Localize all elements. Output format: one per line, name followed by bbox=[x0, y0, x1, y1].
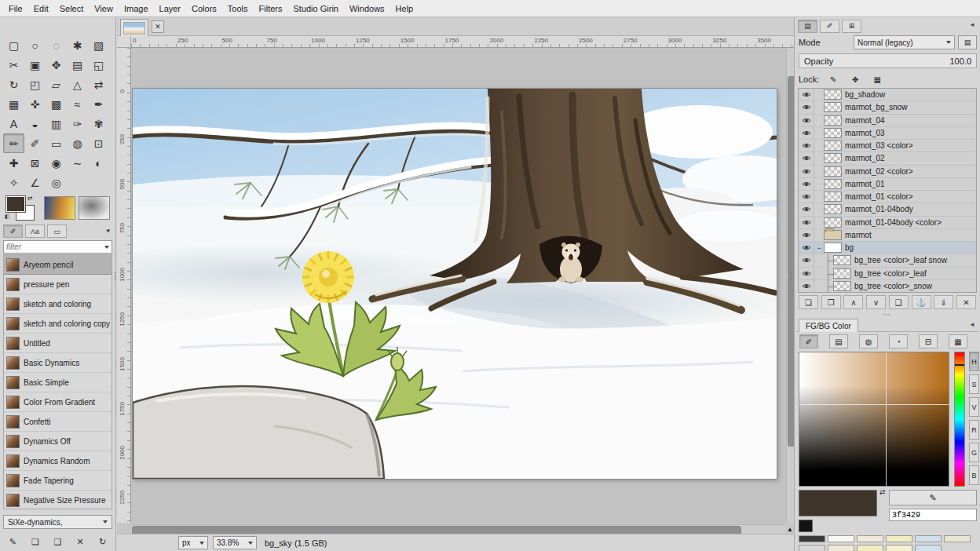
dynamics-item[interactable]: pressure pen bbox=[4, 275, 112, 294]
tool-cage-transform[interactable]: ▩ bbox=[46, 94, 67, 114]
layer-thumbnail[interactable] bbox=[824, 128, 842, 138]
eye-icon[interactable] bbox=[802, 142, 811, 149]
menu-studio-girin[interactable]: Studio Girin bbox=[287, 2, 343, 16]
tool-ellipse-select[interactable]: ○ bbox=[24, 35, 46, 55]
palette-swatch[interactable] bbox=[915, 535, 942, 542]
palette-swatch[interactable] bbox=[944, 535, 971, 542]
visibility-cell[interactable] bbox=[799, 140, 814, 151]
layer-row[interactable]: marmot_bg_snow bbox=[799, 101, 976, 114]
visibility-cell[interactable] bbox=[799, 268, 814, 279]
tool-text[interactable]: A bbox=[3, 114, 24, 133]
dynamics-item[interactable]: Untitled bbox=[4, 334, 112, 353]
delete-dynamics-button[interactable]: ✕ bbox=[71, 535, 90, 549]
eye-icon[interactable] bbox=[802, 155, 811, 162]
dynamics-item[interactable]: Basic Simple bbox=[4, 373, 112, 392]
layer-thumbnail[interactable] bbox=[824, 89, 842, 100]
palette-swatch[interactable] bbox=[828, 545, 854, 551]
tool-unified-transform[interactable]: ▦ bbox=[3, 94, 24, 114]
zoom-select[interactable]: 33.8% bbox=[213, 536, 257, 549]
visibility-cell[interactable] bbox=[799, 127, 814, 139]
group-expander-icon[interactable]: − bbox=[814, 244, 824, 252]
eye-icon[interactable] bbox=[802, 270, 811, 277]
dynamics-item[interactable]: Dynamics Off bbox=[4, 432, 112, 451]
tool-ink[interactable]: ✑ bbox=[67, 114, 88, 133]
layer-thumbnail[interactable] bbox=[824, 115, 842, 126]
hue-strip[interactable] bbox=[954, 352, 965, 487]
horizontal-ruler[interactable]: 0250500750100012501500175020002250250027… bbox=[131, 36, 794, 48]
tool-perspective[interactable]: △ bbox=[67, 75, 88, 94]
layer-row[interactable]: marmot_04 bbox=[799, 115, 976, 127]
tool-airbrush[interactable]: ◍ bbox=[67, 133, 88, 153]
eye-icon[interactable] bbox=[802, 206, 811, 213]
tool-color-picker[interactable]: ✧ bbox=[3, 173, 24, 192]
tool-clone[interactable]: ⊡ bbox=[88, 133, 109, 153]
layer-row[interactable]: marmot_01 bbox=[799, 178, 976, 191]
raise-layer-button[interactable]: ∧ bbox=[843, 295, 863, 309]
layer-mode-select[interactable]: Normal (legacy) bbox=[854, 35, 955, 49]
tool-select-by-color[interactable]: ▧ bbox=[88, 35, 109, 55]
layer-row[interactable]: marmot_01 <color> bbox=[799, 191, 976, 203]
layer-thumbnail[interactable] bbox=[833, 281, 851, 291]
layer-row[interactable]: marmot_03 bbox=[799, 127, 976, 140]
layer-thumbnail[interactable] bbox=[824, 243, 842, 253]
eye-icon[interactable] bbox=[802, 117, 811, 124]
layer-row[interactable]: bg_tree <color>_leaf snow bbox=[799, 254, 976, 267]
dynamics-item[interactable]: Basic Dynamics bbox=[4, 353, 112, 373]
active-gradient-thumbnail[interactable] bbox=[44, 196, 75, 220]
visibility-cell[interactable] bbox=[799, 178, 814, 190]
channel-h-button[interactable]: H bbox=[969, 352, 979, 371]
layer-thumbnail[interactable] bbox=[824, 140, 842, 151]
ruler-origin-button[interactable] bbox=[117, 36, 131, 48]
tool-free-select[interactable]: ◌ bbox=[46, 35, 67, 55]
visibility-cell[interactable] bbox=[799, 89, 814, 100]
lock-pixels-toggle[interactable]: ✎ bbox=[825, 73, 841, 86]
tool-bucket-fill[interactable]: ◒ bbox=[24, 114, 46, 133]
dynamics-filter-input[interactable] bbox=[6, 243, 104, 251]
menu-view[interactable]: View bbox=[89, 2, 119, 16]
tool-mypaint-brush[interactable]: ✾ bbox=[88, 114, 109, 133]
dynamics-item[interactable]: Negative Size Pressure bbox=[4, 491, 112, 509]
lower-layer-button[interactable]: ∨ bbox=[866, 295, 886, 309]
vertical-scrollbar[interactable] bbox=[786, 48, 794, 523]
tool-flip[interactable]: ⇄ bbox=[88, 75, 109, 94]
layer-thumbnail[interactable] bbox=[824, 192, 842, 202]
tab-fonts[interactable]: Aa bbox=[25, 224, 45, 238]
layer-thumbnail[interactable] bbox=[833, 255, 851, 265]
layer-row[interactable]: bg_tree <color>_leaf bbox=[799, 268, 976, 280]
visibility-cell[interactable] bbox=[799, 152, 814, 164]
layer-row[interactable]: marmot_01-04body <color> bbox=[799, 217, 976, 229]
tool-paths[interactable]: ✒ bbox=[88, 94, 109, 114]
tool-paintbrush[interactable]: ✐ bbox=[24, 133, 46, 153]
dynamics-item[interactable]: Aryeom pencil bbox=[4, 255, 112, 275]
eye-icon[interactable] bbox=[802, 168, 811, 175]
eyedropper-button[interactable]: ✎ bbox=[889, 490, 977, 505]
layer-row[interactable]: − bg bbox=[799, 242, 976, 254]
merge-down-button[interactable]: ⇓ bbox=[934, 295, 953, 309]
new-dynamics-button[interactable]: ❏ bbox=[26, 535, 45, 549]
tool-move[interactable]: ✥ bbox=[46, 55, 67, 75]
layer-thumbnail[interactable] bbox=[824, 166, 842, 177]
tool-align[interactable]: ▤ bbox=[67, 55, 88, 75]
palette-swatch[interactable] bbox=[828, 535, 854, 542]
tool-handle-transform[interactable]: ✜ bbox=[24, 94, 46, 114]
tool-heal[interactable]: ✚ bbox=[3, 153, 24, 173]
tab-document-history[interactable]: ▭ bbox=[47, 224, 67, 238]
left-pane-splitter[interactable]: ⋮ bbox=[111, 273, 117, 279]
tab-layers[interactable]: ▤ bbox=[798, 20, 817, 33]
menu-tools[interactable]: Tools bbox=[222, 2, 254, 16]
visibility-cell[interactable] bbox=[799, 217, 814, 228]
eye-icon[interactable] bbox=[802, 232, 811, 239]
new-group-button[interactable]: ❐ bbox=[821, 295, 841, 309]
layer-thumbnail[interactable] bbox=[824, 179, 842, 189]
eye-icon[interactable] bbox=[802, 219, 811, 226]
visibility-cell[interactable] bbox=[799, 101, 814, 113]
menu-image[interactable]: Image bbox=[119, 2, 154, 16]
layer-row[interactable]: marmot bbox=[799, 229, 976, 242]
mode-group-switch-button[interactable]: ▤ bbox=[958, 35, 977, 49]
tool-eraser[interactable]: ▭ bbox=[46, 133, 67, 153]
layer-row[interactable]: marmot_03 <color> bbox=[799, 140, 976, 152]
menu-layer[interactable]: Layer bbox=[154, 2, 187, 16]
palette-swatch[interactable] bbox=[915, 545, 942, 551]
channel-g-button[interactable]: G bbox=[969, 443, 979, 462]
eye-icon[interactable] bbox=[802, 181, 811, 188]
